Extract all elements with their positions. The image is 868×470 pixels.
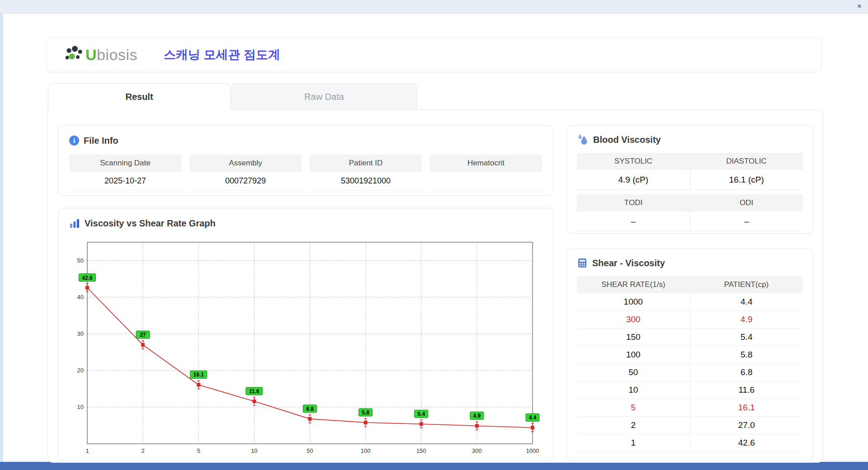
logo-text: Ubiosis: [85, 46, 137, 64]
patient-viscosity-cell: 16.1: [690, 399, 803, 416]
shear-rate-cell: 300: [577, 311, 690, 328]
tab-raw-data[interactable]: Raw Data: [231, 83, 417, 110]
ubiosis-logo: Ubiosis: [64, 46, 137, 64]
y-tick-label: 30: [77, 330, 84, 337]
shear-rate-cell: 5: [577, 399, 690, 416]
odi-label: ODI: [690, 194, 803, 212]
page-title: 스캐닝 모세관 점도계: [164, 47, 280, 63]
patient-viscosity-cell: 4.4: [690, 293, 803, 310]
logo-dots-icon: [64, 46, 84, 64]
data-point-label: 16.1: [193, 371, 204, 378]
file-info-card: i File Info Scanning Date 2025-10-27 Ass…: [58, 125, 553, 196]
todi-value: –: [577, 212, 690, 231]
field-value: [430, 172, 542, 191]
data-point-marker: [141, 343, 145, 347]
x-tick-label: 1: [85, 447, 89, 454]
systolic-value: 4.9 (cP): [577, 170, 690, 189]
graph-header: Viscosity vs Shear Rate Graph: [69, 216, 553, 230]
droplets-icon: [577, 134, 589, 146]
data-point-label: 5.4: [417, 411, 425, 417]
bv-label-row: SYSTOLIC DIASTOLIC: [577, 153, 803, 170]
shear-table-row: 506.8: [577, 364, 803, 381]
window-left-edge: [0, 14, 3, 462]
graph-title: Viscosity vs Shear Rate Graph: [85, 218, 216, 229]
systolic-label: SYSTOLIC: [577, 153, 690, 170]
chart-area: 10203040501251050100150300100042.62716.1…: [69, 235, 553, 460]
patient-viscosity-cell: 27.0: [690, 417, 803, 434]
patient-column-header: PATIENT(cp): [690, 276, 803, 293]
bv-value-row: – –: [577, 212, 803, 231]
field-label: Assembly: [189, 155, 302, 172]
field-hematocrit: Hematocrit: [430, 155, 542, 191]
shear-table-row: 227.0: [577, 417, 803, 434]
shear-rate-cell: 50: [577, 364, 690, 381]
shear-table-header: SHEAR RATE(1/s) PATIENT(cp): [577, 276, 803, 293]
shear-rate-column-header: SHEAR RATE(1/s): [577, 276, 690, 293]
blood-viscosity-card: Blood Viscosity SYSTOLIC DIASTOLIC 4.9 (…: [566, 125, 813, 234]
viscosity-chart: 10203040501251050100150300100042.62716.1…: [69, 235, 544, 458]
field-value: 000727929: [189, 172, 302, 191]
x-tick-label: 100: [361, 447, 371, 454]
diastolic-value: 16.1 (cP): [690, 170, 803, 189]
data-point-marker: [197, 383, 200, 386]
y-tick-label: 50: [77, 257, 84, 264]
bv-label-row: TODI ODI: [577, 194, 803, 212]
data-point-label: 4.9: [473, 413, 481, 419]
shear-table-body: 10004.43004.91505.41005.8506.81011.6516.…: [577, 293, 803, 452]
data-point-label: 4.4: [529, 414, 537, 421]
data-point-marker: [85, 286, 89, 290]
y-tick-label: 20: [77, 367, 84, 374]
data-point-label: 42.6: [82, 275, 93, 281]
file-info-fields: Scanning Date 2025-10-27 Assembly 000727…: [69, 155, 542, 191]
file-info-header: i File Info: [69, 134, 542, 147]
data-point-label: 27: [140, 332, 146, 338]
patient-viscosity-cell: 42.6: [690, 434, 803, 451]
patient-viscosity-cell: 5.4: [690, 329, 803, 346]
todi-label: TODI: [577, 194, 690, 212]
file-info-title: File Info: [84, 136, 118, 146]
result-content-panel: i File Info Scanning Date 2025-10-27 Ass…: [47, 109, 823, 463]
viscosity-graph-card: Viscosity vs Shear Rate Graph 1020304050…: [58, 208, 553, 461]
blood-viscosity-title: Blood Viscosity: [593, 135, 661, 145]
shear-rate-cell: 1: [577, 434, 690, 451]
shear-table-row: 1011.6: [577, 381, 803, 399]
x-tick-label: 50: [307, 447, 313, 454]
shear-table-row: 10004.4: [577, 293, 803, 311]
shear-viscosity-header: Shear - Viscosity: [577, 256, 803, 270]
data-point-marker: [252, 400, 256, 403]
field-patient-id: Patient ID 53001921000: [310, 155, 422, 191]
shear-rate-cell: 10: [577, 381, 690, 399]
data-point-marker: [308, 417, 312, 421]
shear-table-row: 1505.4: [577, 329, 803, 346]
tab-result[interactable]: Result: [48, 83, 231, 110]
field-label: Hematocrit: [430, 155, 542, 172]
diastolic-label: DIASTOLIC: [690, 153, 803, 170]
window-titlebar: ×: [0, 0, 868, 14]
x-tick-label: 1000: [526, 447, 539, 454]
patient-viscosity-cell: 11.6: [690, 381, 803, 399]
info-icon: i: [69, 136, 79, 146]
data-point-label: 6.8: [306, 406, 314, 412]
field-scanning-date: Scanning Date 2025-10-27: [69, 155, 181, 191]
y-tick-label: 40: [77, 294, 84, 301]
field-label: Scanning Date: [69, 155, 181, 172]
y-tick-label: 10: [77, 404, 84, 410]
field-label: Patient ID: [310, 155, 422, 172]
shear-table-row: 142.6: [577, 434, 803, 452]
shear-rate-cell: 2: [577, 417, 690, 434]
data-point-label: 11.6: [249, 388, 259, 395]
shear-viscosity-title: Shear - Viscosity: [592, 258, 665, 268]
calculator-icon: [577, 258, 588, 268]
data-point-label: 5.8: [362, 409, 369, 416]
field-value: 53001921000: [310, 172, 422, 191]
close-icon[interactable]: ×: [857, 2, 862, 11]
patient-viscosity-cell: 4.9: [690, 311, 803, 328]
data-point-marker: [475, 424, 479, 428]
x-tick-label: 150: [416, 447, 426, 454]
data-point-marker: [364, 421, 368, 424]
x-tick-label: 300: [472, 447, 482, 454]
bv-value-row: 4.9 (cP) 16.1 (cP): [577, 170, 803, 190]
data-point-marker: [531, 426, 534, 429]
patient-viscosity-cell: 5.8: [690, 346, 803, 363]
field-value: 2025-10-27: [69, 172, 181, 191]
